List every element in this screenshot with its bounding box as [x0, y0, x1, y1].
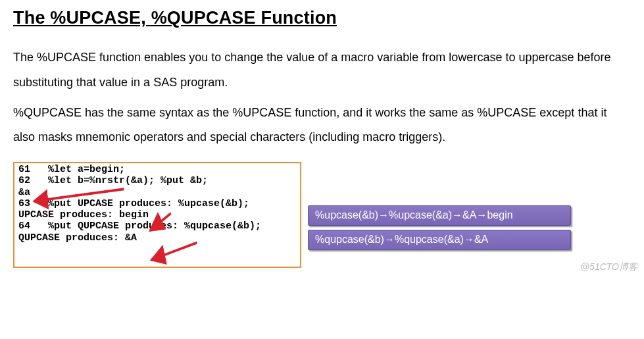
paragraph-2: %QUPCASE has the same syntax as the %UPC… — [13, 101, 631, 151]
log-line: 63 %put UPCASE produces: %upcase(&b); — [18, 198, 249, 209]
callout-upcase: %upcase(&b)→%upcase(&a)→&A→begin — [308, 205, 571, 226]
watermark: @51CTO博客 — [580, 261, 637, 273]
example-row: 61 %let a=begin; 62 %let b=%nrstr(&a); %… — [13, 162, 631, 268]
callout-qupcase: %qupcase(&b)→%qupcase(&a)→&A — [308, 230, 571, 250]
log-line: 61 %let a=begin; — [18, 164, 125, 175]
svg-line-2 — [151, 243, 197, 260]
page-title: The %UPCASE, %QUPCASE Function — [13, 8, 631, 28]
log-line: UPCASE produces: begin — [18, 209, 149, 221]
paragraph-1: The %UPCASE function enables you to chan… — [13, 45, 631, 95]
sas-log-box: 61 %let a=begin; 62 %let b=%nrstr(&a); %… — [13, 162, 301, 268]
callout-column: %upcase(&b)→%upcase(&a)→&A→begin %qupcas… — [308, 205, 571, 250]
log-line: &a — [18, 187, 30, 198]
log-line: QUPCASE produces: &A — [18, 232, 137, 244]
log-line: 64 %put QUPCASE produces: %qupcase(&b); — [18, 221, 261, 232]
log-line: 62 %let b=%nrstr(&a); %put &b; — [18, 175, 208, 186]
